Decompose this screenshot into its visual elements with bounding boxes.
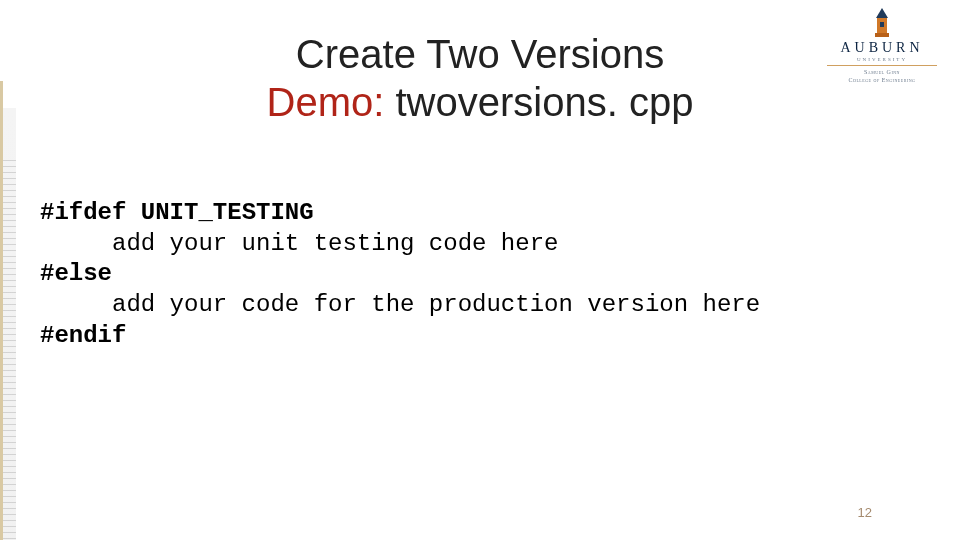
code-endif: #endif — [40, 322, 126, 349]
code-block: #ifdef UNIT_TESTING add your unit testin… — [40, 198, 930, 352]
title-filename: twoversions. cpp — [384, 80, 693, 124]
code-line-production: add your code for the production version… — [112, 291, 760, 318]
title-line-1: Create Two Versions — [0, 30, 960, 78]
slide-title: Create Two Versions Demo: twoversions. c… — [0, 30, 960, 126]
code-ifdef: #ifdef UNIT_TESTING — [40, 199, 314, 226]
page-number: 12 — [858, 505, 872, 520]
code-else: #else — [40, 260, 112, 287]
title-demo-label: Demo: — [267, 80, 385, 124]
svg-rect-3 — [880, 22, 884, 27]
title-line-2: Demo: twoversions. cpp — [0, 78, 960, 126]
code-line-unit-test: add your unit testing code here — [112, 230, 558, 257]
svg-marker-2 — [876, 8, 888, 18]
